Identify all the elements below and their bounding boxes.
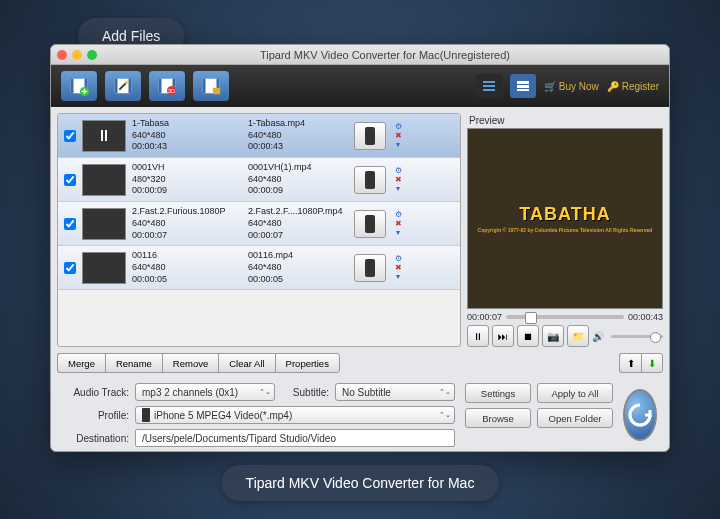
- next-frame-button[interactable]: ⏭: [492, 325, 514, 347]
- svg-rect-19: [517, 89, 529, 91]
- preview-overlay-title: TABATHA: [519, 204, 610, 225]
- profile-value: iPhone 5 MPEG4 Video(*.mp4): [154, 410, 292, 421]
- rename-button[interactable]: Rename: [105, 353, 162, 373]
- preview-current-time: 00:00:07: [467, 312, 502, 322]
- app-window: Tipard MKV Video Converter for Mac(Unreg…: [50, 44, 670, 452]
- source-col: 1-Tabasa640*48000:00:43: [132, 118, 242, 153]
- device-button[interactable]: [354, 166, 386, 194]
- subtitle-label: Subtitle:: [281, 387, 329, 398]
- out-dur: 00:00:05: [248, 274, 348, 286]
- table-row[interactable]: 2.Fast.2.Furious.1080P640*48000:00:072.F…: [58, 202, 460, 246]
- row-checkbox[interactable]: [64, 174, 76, 186]
- output-col: 00116.mp4640*48000:00:05: [248, 250, 348, 285]
- move-down-button[interactable]: ⬇: [641, 353, 663, 373]
- row-expand-icon[interactable]: ▾: [392, 273, 404, 281]
- settings-area: Audio Track: mp3 2 channels (0x1) Subtit…: [51, 379, 669, 455]
- device-icon: [142, 408, 150, 422]
- detail-icon: [516, 80, 530, 92]
- move-up-button[interactable]: ⬆: [619, 353, 641, 373]
- destination-field[interactable]: /Users/pele/Documents/Tipard Studio/Vide…: [135, 429, 455, 447]
- filmstrip-wand-icon: [112, 75, 134, 97]
- row-checkbox[interactable]: [64, 262, 76, 274]
- merge-button[interactable]: Merge: [57, 353, 105, 373]
- play-pause-button[interactable]: ⏸: [467, 325, 489, 347]
- preview-overlay-subtitle: Copyright © 1977-82 by Columbia Pictures…: [478, 227, 653, 233]
- clear-all-button[interactable]: Clear All: [218, 353, 274, 373]
- file-res: 640*480: [132, 218, 242, 230]
- main-toolbar: 3D 🛒 Buy Now 🔑 Register: [51, 65, 669, 107]
- snapshot-folder-button[interactable]: 📁: [567, 325, 589, 347]
- row-checkbox[interactable]: [64, 130, 76, 142]
- row-expand-icon[interactable]: ▾: [392, 185, 404, 193]
- row-checkbox[interactable]: [64, 218, 76, 230]
- preview-label: Preview: [467, 113, 663, 128]
- view-detail-button[interactable]: [510, 74, 536, 98]
- traffic-lights: [57, 50, 97, 60]
- add-file-button[interactable]: [61, 71, 97, 101]
- row-settings-icon[interactable]: ⚙: [392, 211, 404, 219]
- out-name: 00116.mp4: [248, 250, 348, 262]
- view-list-button[interactable]: [476, 74, 502, 98]
- table-row[interactable]: 1-Tabasa640*48000:00:431-Tabasa.mp4640*4…: [58, 114, 460, 158]
- output-col: 0001VH(1).mp4640*48000:00:09: [248, 162, 348, 197]
- device-button[interactable]: [354, 122, 386, 150]
- svg-rect-1: [71, 79, 74, 94]
- row-expand-icon[interactable]: ▾: [392, 141, 404, 149]
- preview-seek-slider[interactable]: [506, 315, 624, 319]
- preview-duration: 00:00:43: [628, 312, 663, 322]
- clip-button[interactable]: [193, 71, 229, 101]
- file-name: 00116: [132, 250, 242, 262]
- out-name: 1-Tabasa.mp4: [248, 118, 348, 130]
- browse-button[interactable]: Browse: [465, 408, 531, 428]
- row-expand-icon[interactable]: ▾: [392, 229, 404, 237]
- out-dur: 00:00:09: [248, 185, 348, 197]
- audio-track-select[interactable]: mp3 2 channels (0x1): [135, 383, 275, 401]
- table-row[interactable]: 00116640*48000:00:0500116.mp4640*48000:0…: [58, 246, 460, 290]
- zoom-button[interactable]: [87, 50, 97, 60]
- thumbnail: [82, 252, 126, 284]
- out-res: 640*480: [248, 262, 348, 274]
- device-button[interactable]: [354, 254, 386, 282]
- row-delete-icon[interactable]: ✖: [392, 176, 404, 184]
- file-list[interactable]: 1-Tabasa640*48000:00:431-Tabasa.mp4640*4…: [57, 113, 461, 347]
- row-delete-icon[interactable]: ✖: [392, 132, 404, 140]
- snapshot-button[interactable]: 📷: [542, 325, 564, 347]
- content-area: 1-Tabasa640*48000:00:431-Tabasa.mp4640*4…: [51, 107, 669, 353]
- file-res: 640*480: [132, 262, 242, 274]
- settings-button[interactable]: Settings: [465, 383, 531, 403]
- apply-all-button[interactable]: Apply to All: [537, 383, 613, 403]
- volume-slider[interactable]: [611, 335, 663, 338]
- titlebar: Tipard MKV Video Converter for Mac(Unreg…: [51, 45, 669, 65]
- profile-select[interactable]: iPhone 5 MPEG4 Video(*.mp4): [135, 406, 455, 424]
- row-controls: ⚙✖▾: [392, 123, 404, 149]
- list-action-row: Merge Rename Remove Clear All Properties…: [51, 353, 669, 379]
- edit-button[interactable]: [105, 71, 141, 101]
- row-delete-icon[interactable]: ✖: [392, 264, 404, 272]
- volume-icon: 🔊: [592, 331, 604, 342]
- table-row[interactable]: 0001VH480*32000:00:090001VH(1).mp4640*48…: [58, 158, 460, 202]
- properties-button[interactable]: Properties: [275, 353, 340, 373]
- row-settings-icon[interactable]: ⚙: [392, 255, 404, 263]
- file-res: 480*320: [132, 174, 242, 186]
- subtitle-select[interactable]: No Subtitle: [335, 383, 455, 401]
- open-folder-button[interactable]: Open Folder: [537, 408, 613, 428]
- row-delete-icon[interactable]: ✖: [392, 220, 404, 228]
- minimize-button[interactable]: [72, 50, 82, 60]
- row-controls: ⚙✖▾: [392, 211, 404, 237]
- svg-rect-14: [203, 79, 206, 94]
- effect-button[interactable]: 3D: [149, 71, 185, 101]
- row-settings-icon[interactable]: ⚙: [392, 123, 404, 131]
- out-res: 640*480: [248, 130, 348, 142]
- convert-button[interactable]: [623, 389, 657, 441]
- key-icon: 🔑: [607, 81, 619, 92]
- profile-label: Profile:: [63, 410, 129, 421]
- device-button[interactable]: [354, 210, 386, 238]
- close-button[interactable]: [57, 50, 67, 60]
- remove-button[interactable]: Remove: [162, 353, 218, 373]
- stop-button[interactable]: ⏹: [517, 325, 539, 347]
- buy-now-link[interactable]: 🛒 Buy Now: [544, 81, 599, 92]
- out-name: 0001VH(1).mp4: [248, 162, 348, 174]
- row-settings-icon[interactable]: ⚙: [392, 167, 404, 175]
- register-link[interactable]: 🔑 Register: [607, 81, 659, 92]
- out-dur: 00:00:07: [248, 230, 348, 242]
